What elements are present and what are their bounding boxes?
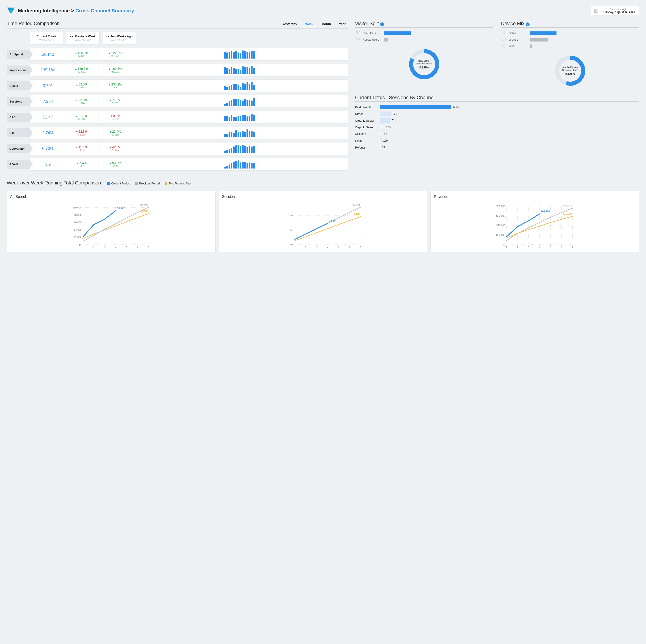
col-header: vs. Previous WeekWeek of Aug 2	[66, 32, 100, 44]
delta: ▲105.3%$4,689	[65, 51, 98, 58]
sparkline	[132, 128, 347, 137]
period-tab-year[interactable]: Year	[336, 21, 348, 27]
svg-text:3: 3	[316, 246, 317, 249]
wow-chart: Ad Spend$0$2,000$4,000$6,000$8,000$10,00…	[7, 191, 216, 253]
svg-text:1: 1	[506, 246, 507, 249]
svg-text:12,838: 12,838	[353, 203, 360, 206]
sparkline	[132, 66, 347, 74]
channel-row: Referral34	[355, 145, 639, 150]
device-mix-panel: Device Mixi mobiledesktoptablet Mobile D…	[501, 21, 639, 88]
metric-row: CPC$2.47▲21.1%$0.43▼0.9%-$0.02	[7, 111, 348, 123]
svg-text:10K: 10K	[289, 214, 293, 217]
col-header: Current TotalsWeek of Aug 9	[30, 32, 63, 44]
svg-text:1: 1	[82, 246, 84, 249]
metric-value: 135,180	[40, 68, 55, 72]
chart-title: Sessions	[222, 195, 424, 199]
metric-label: Ad Spend	[7, 50, 30, 59]
period-tab-week[interactable]: Week	[303, 21, 316, 27]
calendar-icon: ▦	[594, 8, 598, 13]
channel-row: Organic Search325	[355, 125, 639, 129]
svg-text:5K: 5K	[291, 228, 294, 232]
metric-label: Impressions	[7, 66, 30, 75]
mobile-icon	[501, 31, 506, 35]
wow-legend: Current PeriodPrevious PeriodTwo Periods…	[107, 182, 191, 185]
svg-text:7,264: 7,264	[329, 220, 335, 222]
legend-row: New Users	[355, 31, 494, 35]
channel-row: Email125	[355, 139, 639, 143]
svg-text:4: 4	[327, 246, 328, 249]
svg-point-5	[356, 38, 358, 39]
channel-row: Organic Social711	[355, 118, 639, 123]
legend-row: tablet	[501, 44, 639, 49]
metric-row: CTR2.74%▼22.8%-81 bps▲23.4%52 bps	[7, 126, 348, 139]
col-header: vs. Two Weeks AgoWeek of Jul 26	[102, 32, 136, 44]
svg-text:$0: $0	[503, 243, 505, 246]
wow-chart: Sessions0K5K10K12345677,26412,8389,600	[219, 191, 428, 253]
donut-chart: Mobile DeviceSession Share54.9%	[553, 54, 587, 88]
svg-text:6: 6	[561, 246, 562, 249]
legend-row: mobile	[501, 31, 639, 35]
metric-row: Sessions7,264▲23.3%1,374▲77.8%3,178	[7, 95, 348, 108]
metric-label: CPC	[7, 113, 30, 122]
sessions-by-channel-title: Current Totals - Sessions By Channel	[355, 95, 639, 100]
chart-title: Ad Spend	[10, 195, 212, 199]
delta: ▲77.8%3,178	[99, 98, 131, 105]
metric-value: $2.47	[43, 115, 53, 119]
svg-text:7: 7	[572, 246, 573, 249]
metric-value: 0.70%	[42, 146, 53, 151]
delta: ▲21.1%$0.43	[65, 114, 98, 120]
svg-text:$2,000: $2,000	[74, 236, 82, 239]
delta: ▲119.5%73,597	[65, 67, 98, 73]
info-icon[interactable]: i	[380, 22, 384, 26]
period-tab-yesterday[interactable]: Yesterday	[280, 21, 300, 27]
new-user-icon	[355, 31, 360, 35]
svg-text:2: 2	[305, 246, 306, 249]
svg-text:7: 7	[148, 246, 149, 249]
delta: ▲23.3%1,374	[65, 98, 98, 105]
metric-label: Sessions	[7, 97, 30, 106]
breadcrumb: Marketing Intelligence > Cross Channel S…	[18, 8, 134, 14]
svg-text:$4,000: $4,000	[74, 228, 82, 231]
metric-value: 2.74%	[42, 130, 53, 135]
legend-row: desktop	[501, 37, 639, 42]
device-mix-title: Device Mixi	[501, 21, 639, 26]
date-range-indicator[interactable]: ▦ Data is through Thursday, August 12, 2…	[590, 6, 639, 16]
svg-text:$8,000: $8,000	[74, 214, 82, 216]
svg-text:6: 6	[349, 246, 350, 249]
metric-value: 3,701	[43, 84, 53, 88]
delta: ▲5.4%+0.2	[65, 161, 98, 167]
metric-value: $9,142	[42, 52, 54, 57]
delta: ▲69.5%1,518	[65, 83, 98, 89]
donut-chart: New VisitorSession Share81.6%	[407, 48, 441, 81]
svg-text:7: 7	[360, 246, 361, 249]
metric-value: 7,264	[43, 99, 53, 104]
metric-value: 3.9	[45, 162, 51, 167]
period-tab-month[interactable]: Month	[319, 21, 334, 27]
delta: ▼42.3%-51 bps	[99, 146, 131, 152]
svg-text:$10,000: $10,000	[73, 206, 82, 209]
metric-label: ROAS	[7, 160, 30, 169]
breadcrumb-page[interactable]: Cross Channel Summary	[75, 8, 134, 13]
svg-text:5: 5	[126, 246, 127, 249]
delta: ▲93.9%+1.9	[99, 161, 131, 167]
info-icon[interactable]: i	[526, 22, 530, 26]
svg-text:$9,142: $9,142	[117, 207, 125, 209]
svg-text:$40,000: $40,000	[497, 224, 505, 226]
svg-text:5: 5	[550, 246, 551, 249]
sparkline	[132, 113, 347, 121]
svg-text:$20,000: $20,000	[497, 234, 505, 236]
delta: ▲167.5%84,639	[99, 67, 131, 73]
desktop-icon	[501, 37, 506, 42]
svg-text:1: 1	[294, 246, 295, 249]
metric-row: Ad Spend$9,142▲105.3%$4,689▲227.2%$6,348	[7, 48, 348, 61]
legend-row: Repeat Users	[355, 37, 494, 42]
header: Marketing Intelligence > Cross Channel S…	[7, 6, 639, 16]
svg-text:4: 4	[115, 246, 116, 249]
brand-logo-icon	[7, 7, 15, 15]
wow-chart: Revenue$0$20,000$40,000$60,000$80,000123…	[430, 191, 639, 253]
svg-text:5: 5	[338, 246, 339, 249]
svg-text:$10,080: $10,080	[139, 203, 148, 206]
delta: ▲227.2%$6,348	[99, 51, 131, 58]
legend-item: Two Periods Ago	[165, 182, 191, 185]
svg-text:6: 6	[137, 246, 138, 249]
